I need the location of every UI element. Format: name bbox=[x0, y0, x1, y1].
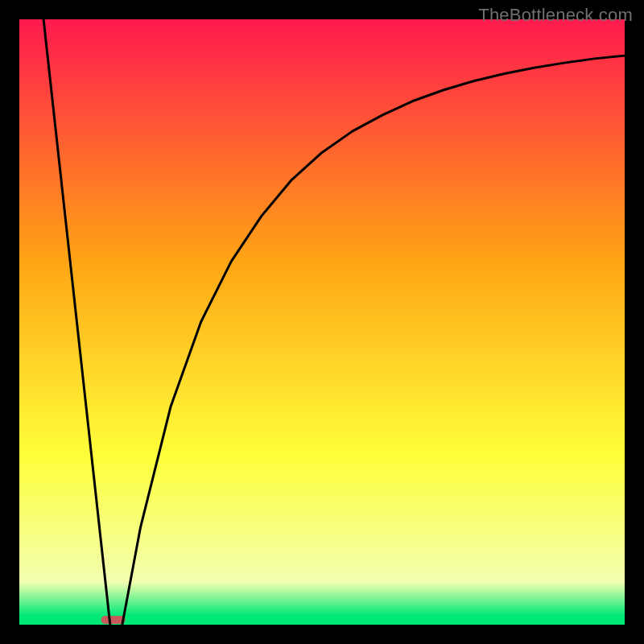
svg-rect-1 bbox=[19, 19, 625, 625]
chart-canvas bbox=[0, 0, 644, 644]
bottleneck-chart: TheBottleneck.com bbox=[0, 0, 644, 644]
watermark-text: TheBottleneck.com bbox=[478, 5, 633, 26]
